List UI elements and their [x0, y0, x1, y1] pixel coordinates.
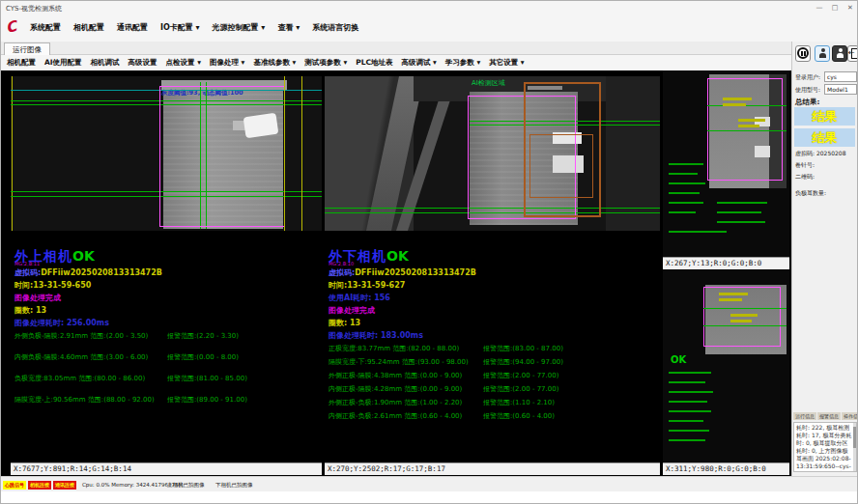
pause-button[interactable] — [795, 45, 811, 62]
tab-run-image[interactable]: 运行图像 — [4, 42, 50, 55]
white-component — [755, 146, 770, 157]
result-ok-label: OK — [72, 248, 95, 264]
tab-alarm-info[interactable]: 报警信息 — [817, 412, 841, 420]
trigger-info-label: MG:2,B:10 — [329, 261, 354, 266]
result-ok-label: OK — [386, 248, 409, 264]
menu-item-camera-config[interactable]: 相机配置 — [73, 22, 104, 33]
elapsed-line: 图像处理耗时: 183.00ms — [329, 330, 423, 341]
barcode-value: DFFiiw2025020813313472B — [41, 268, 162, 277]
measurement-value: 外侧负极-隔膜:2.91mm 范围:(2.00 - 3.50) — [14, 331, 167, 341]
barcode-line: 虚拟码:DFFiiw2025020813313472B — [14, 267, 162, 278]
edge-line — [12, 76, 13, 231]
measurement-value: 正极宽度:83.77mm 范围:(82.00 - 88.00) — [329, 344, 483, 353]
yellow-measure-line — [301, 76, 302, 231]
barcode-label: 虚拟码: — [329, 268, 355, 277]
result-ok-label: OK — [671, 354, 686, 365]
camera-panel-upper: 灰度阈值:93, 动态阈值:100 外上相机OK MG:2,B:11 虚拟码:D… — [11, 70, 322, 476]
total-result-label: 总结果: — [795, 98, 820, 107]
login-user-field[interactable]: cys — [824, 71, 857, 82]
result-badge-upper: 结果 — [794, 107, 855, 126]
menu-item-language[interactable]: 系统语言切换 — [312, 22, 358, 33]
measurement-value: 内侧正极-负极:2.61mm 范围:(0.60 - 4.00) — [329, 411, 483, 421]
result-text-bar — [669, 372, 711, 374]
result-text-bar — [669, 173, 698, 175]
thumbnail-view-bottom[interactable]: OK — [663, 269, 789, 462]
pause-icon — [797, 47, 809, 59]
ai-elapsed-line: 使用AI耗时: 156 — [329, 293, 390, 303]
result-text-bar — [669, 391, 713, 393]
camera-image-upper[interactable]: 灰度阈值:93, 动态阈值:100 — [11, 76, 322, 231]
pixel-coords-status: X:267;Y:13;R:0;G:0;B:0 — [663, 257, 789, 269]
measurement-row: 隔膜宽度-下:95.24mm 范围:(93.00 - 98.00) 报警范围:(… — [329, 357, 658, 367]
pixel-coords-status: X:7677;Y:891;R:14;G:14;B:14 — [11, 462, 322, 475]
measurement-value: 隔膜宽度-下:95.24mm 范围:(93.00 - 98.00) — [329, 357, 483, 367]
menu-item-light-config[interactable]: 光源控制配置 ▾ — [213, 22, 266, 33]
result-text-bar — [717, 202, 767, 204]
overlay-text-bar — [738, 119, 765, 122]
roi-rect — [707, 78, 783, 181]
tool-advanced-settings[interactable]: 高级设置 — [129, 58, 157, 68]
tool-ai-config[interactable]: AI使用配置 — [44, 58, 82, 68]
model-field[interactable]: Model1 — [824, 84, 857, 95]
log-scrollbar[interactable] — [853, 423, 856, 472]
measurement-row: 外侧正极-负极:1.90mm 范围:(1.00 - 2.20) 报警范围:(1.… — [329, 398, 658, 407]
tool-advanced-debug[interactable]: 高级调试 ▾ — [401, 58, 436, 68]
result-text-bar — [717, 211, 761, 213]
tool-learning-params[interactable]: 学习参数 ▾ — [445, 58, 480, 68]
alarm-range: 报警范围:(2.20 - 3.30) — [167, 331, 239, 341]
tool-spotcheck-settings[interactable]: 点检设置 ▾ — [166, 58, 201, 68]
app-window: CYS-视觉检测系统 — □ ✕ C 系统配置 相机配置 通讯配置 IO卡配置 … — [0, 0, 858, 504]
menu-item-view[interactable]: 查看 ▾ — [277, 22, 300, 33]
virtual-code-label: 虚拟码: 20250208 — [795, 150, 845, 158]
tool-camera-debug[interactable]: 相机调试 — [91, 58, 120, 68]
qrcode-label: 二维码: — [795, 173, 815, 182]
exit-button[interactable]: ← — [847, 45, 858, 62]
pixel-coords-status: X:311;Y:980;R:0;G:0;B:0 — [663, 462, 789, 475]
operator-icon — [837, 48, 844, 59]
tool-baseline-params[interactable]: 基准线参数 ▾ — [253, 58, 296, 68]
status-bar: 心跳信号 相机连接 通讯连接 Cpu: 0.0% Memory: 3424.41… — [1, 476, 858, 491]
tool-test-params[interactable]: 测试项参数 ▾ — [304, 58, 347, 68]
result-text-bar — [717, 221, 765, 223]
roi-rect — [159, 86, 285, 227]
tool-camera-config[interactable]: 相机配置 — [7, 58, 36, 68]
close-icon[interactable]: ✕ — [844, 3, 857, 13]
maximize-icon[interactable]: □ — [828, 3, 842, 13]
measurement-row: 内侧正极-负极:2.61mm 范围:(0.60 - 4.00) 报警范围:(0.… — [329, 411, 658, 421]
result-text-bar — [669, 202, 703, 204]
exit-arrow-icon: ← — [848, 50, 855, 56]
menu-item-comm-config[interactable]: 通讯配置 — [117, 22, 148, 33]
tool-plc-address[interactable]: PLC地址表 — [356, 58, 392, 68]
tab-operation-info[interactable]: 操作信息 — [842, 412, 858, 420]
result-text-bar — [669, 182, 705, 184]
measurement-row: 内侧正极-隔膜:4.28mm 范围:(0.00 - 9.00) 报警范围:(2.… — [329, 384, 658, 394]
menu-items: 系统配置 相机配置 通讯配置 IO卡配置 ▾ 光源控制配置 ▾ 查看 ▾ 系统语… — [30, 22, 358, 33]
minimize-icon[interactable]: — — [813, 3, 826, 13]
camera-image-lower[interactable]: AI检测区域 — [325, 76, 660, 231]
tab-count-label: 负极耳数量: — [795, 189, 826, 198]
log-text: 耗时: 222, 极耳检测耗时: 17, 极耳分类耗时: 0, 极耳提取分区耗时… — [796, 424, 851, 472]
measurement-value: 内侧正极-隔膜:4.28mm 范围:(0.00 - 9.00) — [329, 384, 483, 394]
thumbnail-view-top[interactable] — [663, 70, 789, 257]
camera-panel-lower: AI检测区域 外下相机OK MG:2,B:10 虚拟码:DFFiiw202502… — [325, 70, 660, 476]
user-button[interactable] — [815, 45, 830, 62]
measurement-value: 隔膜宽度-上:90.56mm 范围:(88.00 - 92.00) — [14, 395, 167, 405]
result-text-bar — [669, 231, 727, 233]
log-scrollbar-thumb[interactable] — [853, 427, 856, 448]
result-text-bar — [669, 381, 705, 383]
green-reference-line — [703, 325, 786, 326]
yellow-measure-line — [284, 76, 285, 231]
green-reference-line — [707, 130, 786, 131]
alarm-range: 报警范围:(0.60 - 4.00) — [483, 411, 555, 421]
tool-image-processing[interactable]: 图像处理 ▾ — [210, 58, 244, 68]
overlay-text-bar — [730, 314, 758, 317]
window-title: CYS-视觉检测系统 — [6, 4, 62, 14]
menu-item-io-config[interactable]: IO卡配置 ▾ — [160, 22, 200, 33]
menu-item-system-config[interactable]: 系统配置 — [30, 22, 61, 33]
roi-rect — [703, 287, 781, 347]
alarm-range: 报警范围:(2.00 - 77.00) — [483, 371, 558, 380]
operator-button[interactable] — [832, 45, 847, 62]
tab-run-info[interactable]: 运行信息 — [793, 412, 816, 420]
tool-other-settings[interactable]: 其它设置 ▾ — [489, 58, 524, 68]
alarm-range: 报警范围:(94.00 - 97.00) — [483, 357, 563, 367]
